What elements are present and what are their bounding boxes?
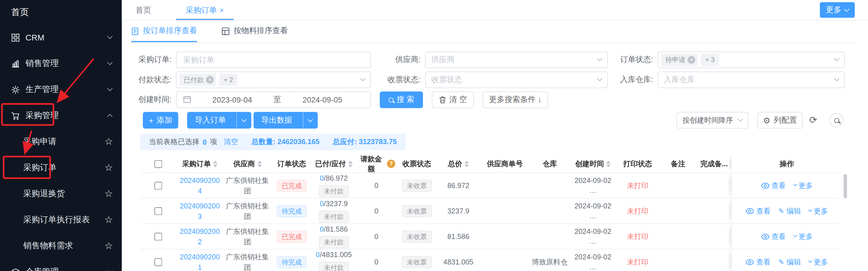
order-number-link[interactable]: 20240902003 xyxy=(178,200,221,221)
column-header: 供应商 xyxy=(233,159,255,169)
more-link[interactable]: 更多 xyxy=(809,257,828,267)
pencil-icon: ✎ xyxy=(778,206,784,216)
refresh-icon[interactable]: ⟳ xyxy=(809,115,817,125)
more-link[interactable]: 更多 xyxy=(794,180,813,190)
chevron-down-icon xyxy=(107,60,113,65)
star-icon[interactable]: ☆ xyxy=(104,241,113,250)
star-icon[interactable]: ☆ xyxy=(104,215,113,224)
sidebar-item-purchase-report[interactable]: 采购订单执行报表 ☆ xyxy=(0,207,122,233)
view-link[interactable]: 查看 xyxy=(761,180,786,190)
view-link[interactable]: 查看 xyxy=(746,257,771,267)
sidebar-item-purchase-order[interactable]: 采购订单 ☆ xyxy=(0,155,122,181)
invoice-status-select[interactable]: 收票状态 xyxy=(425,71,608,88)
column-config-button[interactable]: ⚙ 列配置 xyxy=(757,112,803,129)
order-status-tag: 已完成 xyxy=(277,230,307,242)
star-icon[interactable]: ☆ xyxy=(104,137,113,146)
import-order-dropdown[interactable] xyxy=(237,112,251,128)
import-order-main[interactable]: 导入订单 xyxy=(188,112,233,128)
tag-close-icon[interactable]: × xyxy=(687,56,695,64)
gear-icon: ⚙ xyxy=(763,116,770,124)
view-tab-label: 按订单排序查看 xyxy=(143,26,197,36)
clear-button[interactable]: 清 空 xyxy=(432,91,474,108)
trash-icon xyxy=(439,96,446,104)
more-link[interactable]: 更多 xyxy=(794,232,813,241)
invoice-status-tag: 未收票 xyxy=(402,256,432,268)
paid-amount: 0 xyxy=(320,174,324,182)
view-link[interactable]: 查看 xyxy=(746,206,771,216)
table-row[interactable]: 20240902001 广东供销社集团 待完成 0/4831.005未付款 0 … xyxy=(140,249,842,271)
tag-close-icon[interactable]: × xyxy=(206,76,214,84)
row-checkbox[interactable] xyxy=(154,182,162,189)
row-checkbox[interactable] xyxy=(154,207,162,215)
question-icon[interactable]: ? xyxy=(387,160,395,168)
search-button-label: 搜 索 xyxy=(397,95,414,105)
sort-carets[interactable] xyxy=(464,161,469,167)
table-row[interactable]: 20240902004 广东供销社集团 已完成 0/86.972未付款 0 未收… xyxy=(140,173,842,198)
filter-order-status: 订单状态: 待申请× + 3 xyxy=(612,52,845,68)
sidebar-item-sales[interactable]: 销售管理 xyxy=(0,50,122,77)
export-data-dropdown[interactable] xyxy=(303,112,317,128)
date-end[interactable]: 2024-09-05 xyxy=(281,96,364,104)
purchase-order-input[interactable] xyxy=(176,52,371,68)
table-row[interactable]: 20240902003 广东供销社集团 待完成 0/3237.9未付款 0 未收… xyxy=(140,198,842,224)
sort-carets[interactable] xyxy=(213,161,218,167)
supplier-select[interactable]: 供应商 xyxy=(425,52,608,68)
more-search-button[interactable]: 更多搜索条件 ↓ xyxy=(483,91,548,108)
more-button[interactable]: 更多 xyxy=(820,2,855,18)
row-checkbox[interactable] xyxy=(154,233,162,240)
order-number-link[interactable]: 20240902001 xyxy=(178,251,221,271)
tab-home[interactable]: 首页 xyxy=(136,0,151,20)
sidebar-item-purchase-returns[interactable]: 采购退换货 ☆ xyxy=(0,181,122,207)
row-checkbox[interactable] xyxy=(154,258,162,266)
tab-purchase-order[interactable]: 采购订单× xyxy=(176,0,234,20)
tab-sort-by-order[interactable]: 按订单排序查看 xyxy=(131,26,197,42)
edit-link[interactable]: ✎编辑 xyxy=(778,257,801,267)
sort-order-select[interactable]: 按创建时间降序 xyxy=(677,112,748,129)
order-number-link[interactable]: 20240902002 xyxy=(178,226,221,247)
sidebar-item-purchase-request[interactable]: 采购申请 ☆ xyxy=(0,129,122,155)
sort-carets[interactable] xyxy=(606,161,611,167)
sort-carets[interactable] xyxy=(348,161,353,167)
order-status-select[interactable]: 待申请× + 3 xyxy=(658,52,845,68)
add-button-label: 添加 xyxy=(157,115,172,125)
more-link[interactable]: 更多 xyxy=(809,206,828,216)
edit-link[interactable]: ✎编辑 xyxy=(778,206,801,216)
clear-selection-link[interactable]: 清空 xyxy=(224,137,238,147)
select-all-checkbox[interactable] xyxy=(154,160,162,168)
sidebar-item-warehouse[interactable]: 仓库管理 xyxy=(0,259,122,271)
calendar-icon xyxy=(183,95,191,105)
sort-carets[interactable] xyxy=(257,161,261,167)
star-icon[interactable]: ☆ xyxy=(104,163,113,172)
tab-sort-by-material[interactable]: 按物料排序查看 xyxy=(221,26,288,41)
table-search-icon[interactable] xyxy=(829,113,844,128)
date-start[interactable]: 2023-09-04 xyxy=(191,96,274,104)
star-icon[interactable]: ☆ xyxy=(104,189,113,198)
chevron-down-icon xyxy=(793,182,797,186)
column-config-label: 列配置 xyxy=(774,115,797,125)
invoice-status-tag: 未收票 xyxy=(402,230,432,242)
created-time: 2024-09-02 … xyxy=(571,226,615,246)
paid-amount: 0 xyxy=(320,225,324,233)
table-row[interactable]: 20240902002 广东供销社集团 已完成 0/81.586未付款 0 未收… xyxy=(140,224,842,249)
total-price: 3237.9 xyxy=(447,206,469,216)
payment-status-select[interactable]: 已付款× + 2 xyxy=(176,71,371,88)
close-icon[interactable]: × xyxy=(219,6,224,15)
sidebar-item-crm[interactable]: CRM xyxy=(0,24,122,50)
date-range-picker[interactable]: 2023-09-04 至 2024-09-05 xyxy=(176,91,371,108)
add-button[interactable]: + 添加 xyxy=(143,112,178,129)
view-link[interactable]: 查看 xyxy=(761,232,786,241)
export-data-main[interactable]: 导出数据 xyxy=(254,112,299,128)
sidebar-item-home[interactable]: 首页 xyxy=(0,0,122,24)
filter-payment-status: 付款状态: 已付款× + 2 xyxy=(132,71,371,88)
sidebar-item-purchase[interactable]: 采购管理 xyxy=(0,103,122,129)
total-due-value: 3123783.75 xyxy=(359,137,397,145)
sidebar-item-sales-material-demand[interactable]: 销售物料需求 ☆ xyxy=(0,233,122,259)
warehouse-select[interactable]: 入库仓库 xyxy=(658,71,845,88)
purchase-order-input-field[interactable] xyxy=(182,55,365,65)
sidebar-item-production[interactable]: 生产管理 xyxy=(0,77,122,103)
filter-supplier: 供应商: 供应商 xyxy=(381,52,608,68)
order-number-link[interactable]: 20240902004 xyxy=(178,175,221,196)
search-button[interactable]: 搜 索 xyxy=(380,91,423,108)
payable-amount: /4831.005 xyxy=(320,251,352,259)
table-vertical-scrollbar[interactable] xyxy=(844,174,847,198)
